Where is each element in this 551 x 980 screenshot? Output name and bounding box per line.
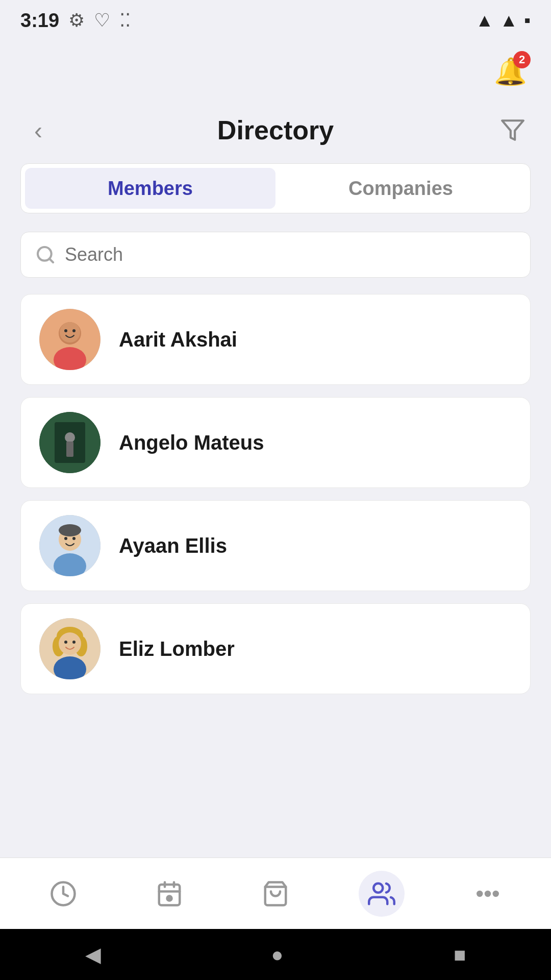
svg-point-8 [72,329,76,332]
svg-point-27 [72,641,76,644]
android-nav: ◀ ● ■ [0,929,551,980]
nav-more[interactable] [435,858,541,929]
main-content: ‹ Directory Members Companies [0,102,551,857]
nav-basket[interactable] [222,858,329,929]
svg-point-17 [59,524,81,536]
back-icon: ‹ [34,116,42,144]
nav-explore[interactable] [10,858,116,929]
heart-status-icon: ♡ [94,10,110,31]
filter-icon [500,117,525,143]
svg-point-33 [167,896,172,900]
avatar-ayaan [39,515,101,576]
member-card-eliz[interactable]: Eliz Lomber [20,603,531,694]
settings-status-icon: ⚙ [68,10,85,31]
status-bar: 3:19 ⚙ ♡ ⁚⁚ ▲ ▲ ▪ [0,0,551,41]
dots-status-icon: ⁚⁚ [119,10,131,31]
svg-marker-0 [502,120,523,140]
android-back[interactable]: ◀ [85,943,101,966]
more-icon [474,880,502,908]
status-right: ▲ ▲ ▪ [475,10,531,31]
svg-point-37 [486,892,490,895]
back-button[interactable]: ‹ [20,112,56,148]
avatar-eliz [39,618,101,679]
member-name-angelo: Angelo Mateus [119,431,264,454]
directory-icon-wrapper [359,871,405,917]
svg-point-38 [494,892,497,895]
search-icon [35,244,56,265]
svg-point-19 [72,537,76,540]
basket-icon [262,880,289,908]
search-bar[interactable] [20,232,531,278]
android-recent[interactable]: ■ [454,943,466,966]
member-card-aarit[interactable]: Aarit Akshai [20,294,531,385]
more-icon-wrapper [465,871,511,917]
tab-companies[interactable]: Companies [276,168,526,209]
bottom-nav [0,857,551,929]
member-name-eliz: Eliz Lomber [119,638,235,660]
svg-point-26 [64,641,67,644]
filter-button[interactable] [495,112,531,148]
tab-switcher: Members Companies [20,163,531,213]
svg-point-6 [60,322,80,342]
android-home[interactable]: ● [271,943,283,966]
wifi-icon: ▲ [475,10,494,31]
tab-members[interactable]: Members [25,168,276,209]
events-icon [156,880,183,908]
svg-point-7 [64,329,67,332]
notification-area: 🔔 2 [0,41,551,102]
notification-bell[interactable]: 🔔 2 [490,51,531,92]
page-header: ‹ Directory [20,102,531,163]
explore-icon-wrapper [40,871,86,917]
search-input[interactable] [65,244,516,265]
nav-events[interactable] [116,858,222,929]
status-left: 3:19 ⚙ ♡ ⁚⁚ [20,10,131,32]
explore-icon [49,880,77,908]
member-card-angelo[interactable]: Angelo Mateus [20,397,531,488]
svg-point-35 [373,883,383,892]
svg-rect-13 [66,442,73,457]
svg-point-25 [59,632,81,655]
directory-icon [368,880,395,908]
svg-point-36 [478,892,482,895]
member-card-ayaan[interactable]: Ayaan Ellis [20,500,531,591]
status-time: 3:19 [20,10,59,32]
nav-directory[interactable] [329,858,435,929]
svg-line-2 [49,259,53,262]
avatar-aarit [39,309,101,370]
page-title: Directory [217,115,334,145]
member-name-ayaan: Ayaan Ellis [119,534,227,557]
battery-icon: ▪ [524,10,531,31]
member-list: Aarit Akshai Angelo Mateus [20,294,531,694]
member-name-aarit: Aarit Akshai [119,328,237,351]
svg-point-12 [65,432,75,443]
signal-icon: ▲ [500,10,518,31]
basket-icon-wrapper [253,871,298,917]
svg-point-18 [64,537,67,540]
notification-badge: 2 [513,51,531,68]
events-icon-wrapper [146,871,192,917]
avatar-angelo [39,412,101,473]
